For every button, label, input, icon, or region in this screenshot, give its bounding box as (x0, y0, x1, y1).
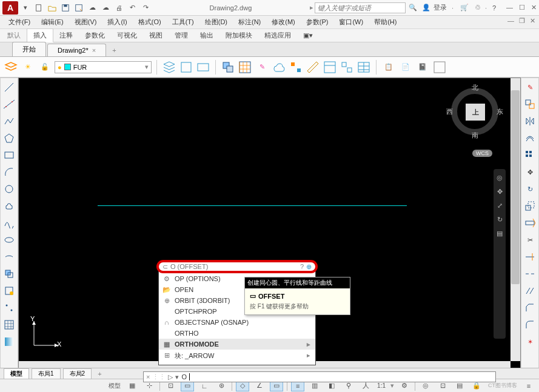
cart-icon[interactable]: 🛒 (458, 2, 470, 14)
search-icon[interactable]: 🔍 (407, 2, 419, 14)
menu-edit[interactable]: 编辑(E) (36, 16, 69, 28)
fillet-tool-icon[interactable] (523, 318, 537, 331)
layout-tab-1[interactable]: 布局1 (32, 368, 61, 379)
mdi-close-icon[interactable]: ✕ (530, 17, 535, 25)
line-tool-icon[interactable] (2, 81, 16, 94)
grid-toggle-icon[interactable]: ▦ (126, 380, 139, 391)
ribbon-tab-annotate[interactable]: 注释 (53, 29, 79, 42)
copy-tool-icon[interactable] (523, 98, 537, 111)
move-tool-icon[interactable]: ✥ (523, 165, 537, 179)
help-icon[interactable]: ? (300, 263, 304, 271)
block-tool-icon[interactable] (2, 267, 16, 281)
polygon-tool-icon[interactable] (2, 131, 16, 145)
plot-icon[interactable]: 🖨 (113, 2, 125, 14)
point-tool-icon[interactable] (2, 301, 16, 314)
align-icon[interactable] (289, 60, 303, 75)
polyline-tool-icon[interactable] (2, 115, 16, 128)
wcs-badge[interactable]: WCS (472, 150, 492, 157)
ribbon-tab-default[interactable]: 默认 (1, 29, 27, 42)
menu-view[interactable]: 视图(V) (70, 16, 102, 28)
mdi-minimize-icon[interactable]: — (507, 17, 514, 25)
mdi-restore-icon[interactable]: ❐ (519, 17, 525, 25)
break-tool-icon[interactable] (523, 267, 537, 281)
autocomplete-item-block-arrow[interactable]: ⊞块: _ARROW▸ (159, 350, 315, 362)
menu-modify[interactable]: 修改(M) (267, 16, 300, 28)
close-commandline-icon[interactable]: × (146, 373, 150, 380)
zoom-extents-icon[interactable]: ⤢ (497, 202, 503, 210)
mirror-tool-icon[interactable] (523, 115, 537, 128)
undo-icon[interactable]: ↶ (126, 2, 138, 14)
open-icon[interactable] (46, 2, 58, 14)
circle-tool-icon[interactable] (2, 182, 16, 196)
orbit-icon[interactable]: ↻ (497, 216, 503, 224)
scale-tool-icon[interactable] (523, 199, 537, 213)
block-insert-icon[interactable] (221, 60, 235, 75)
navigation-bar[interactable]: ◎ ✥ ⤢ ↻ ▤ (494, 169, 506, 339)
viewcube-top-face[interactable]: 上 (466, 104, 485, 121)
redo-icon[interactable]: ↷ (139, 2, 152, 14)
rotate-tool-icon[interactable]: ↻ (523, 182, 537, 196)
ribbon-tab-featured[interactable]: 精选应用 (258, 29, 297, 42)
explode-tool-icon[interactable]: ✶ (523, 335, 537, 348)
command-line[interactable]: × ⋮⋮ ▷ ▾ O (143, 371, 496, 382)
menu-dimension[interactable]: 标注(N) (233, 16, 266, 28)
steering-wheel-icon[interactable]: ◎ (497, 174, 503, 182)
ribbon-tab-visualize[interactable]: 可视化 (111, 29, 143, 42)
layers-icon[interactable] (4, 60, 18, 75)
ribbon-tab-output[interactable]: 输出 (194, 29, 219, 42)
status-model-label[interactable]: 模型 (107, 382, 122, 390)
layer-match-icon[interactable] (179, 60, 193, 75)
hatch-icon[interactable] (238, 60, 252, 75)
cloud-save-icon[interactable]: ☁ (99, 2, 112, 14)
ribbon-tab-addin[interactable]: 附加模块 (219, 29, 258, 42)
add-layout-tab[interactable]: + (94, 370, 105, 377)
layer-states-icon[interactable] (162, 60, 176, 75)
maximize-icon[interactable]: ☐ (519, 4, 525, 12)
menu-parametric[interactable]: 参数(P) (301, 16, 333, 28)
ellipse-arc-tool-icon[interactable] (2, 250, 16, 264)
help-search-input[interactable] (315, 2, 406, 13)
ellipse-tool-icon[interactable] (2, 233, 16, 247)
revcloud-icon[interactable] (272, 60, 286, 75)
minimize-icon[interactable]: — (506, 4, 513, 12)
layer-iso-icon[interactable] (196, 60, 210, 75)
layer-combo[interactable]: ● FUR ▾ (55, 61, 152, 73)
ribbon-expand-icon[interactable]: ▣▾ (297, 30, 319, 41)
copy-icon[interactable]: 📄 (398, 60, 413, 75)
file-tab-drawing2[interactable]: Drawing2*× (47, 44, 106, 56)
ribbon-tab-parametric[interactable]: 参数化 (79, 29, 111, 42)
hatch-tool-icon[interactable] (2, 318, 16, 331)
autocomplete-item-orthomode[interactable]: ▦ORTHOMODE▸ (159, 339, 315, 350)
vertical-scrollbar[interactable] (511, 78, 520, 361)
layer-sun-icon[interactable]: ☀ (21, 60, 35, 75)
scale-value[interactable]: 1:1 (376, 382, 387, 389)
close-tab-icon[interactable]: × (92, 47, 96, 54)
menu-window[interactable]: 窗口(W) (334, 16, 368, 28)
boundary-icon[interactable]: ✎ (255, 60, 269, 75)
revcloud-tool-icon[interactable] (2, 199, 16, 213)
file-tab-start[interactable]: 开始 (12, 42, 46, 56)
ribbon-tab-insert[interactable]: 插入 (27, 28, 53, 42)
drag-handle-icon[interactable]: ⋮⋮ (152, 373, 166, 381)
login-label[interactable]: 登录 (434, 3, 447, 12)
menu-format[interactable]: 格式(O) (133, 16, 166, 28)
notebook-icon[interactable]: 📓 (415, 60, 430, 75)
autocomplete-item-osnap[interactable]: ∩OBJECTSNAP (OSNAP) (159, 317, 315, 328)
chamfer-tool-icon[interactable] (523, 301, 537, 314)
saveas-icon[interactable] (73, 2, 85, 14)
rectangle-tool-icon[interactable] (2, 148, 16, 162)
drawing-canvas[interactable]: X Y 上 北 南 东 西 WCS ◎ ✥ ⤢ ↻ ▤ ⊂ O (OFFSET) (18, 78, 521, 371)
menu-file[interactable]: 文件(F) (4, 16, 35, 28)
menu-help[interactable]: 帮助(H) (369, 16, 401, 28)
arc-tool-icon[interactable] (2, 165, 16, 179)
extend-tool-icon[interactable] (523, 250, 537, 264)
menu-draw[interactable]: 绘图(D) (200, 16, 232, 28)
offset-tool-icon[interactable] (523, 131, 537, 145)
spline-tool-icon[interactable] (2, 216, 16, 230)
gradient-tool-icon[interactable] (2, 335, 16, 348)
cloud-open-icon[interactable]: ☁ (86, 2, 98, 14)
xline-tool-icon[interactable] (2, 98, 16, 111)
layer-lock-icon[interactable]: 🔓 (38, 60, 52, 75)
globe-icon[interactable]: ⊕ (306, 263, 312, 271)
save-icon[interactable] (59, 2, 72, 14)
